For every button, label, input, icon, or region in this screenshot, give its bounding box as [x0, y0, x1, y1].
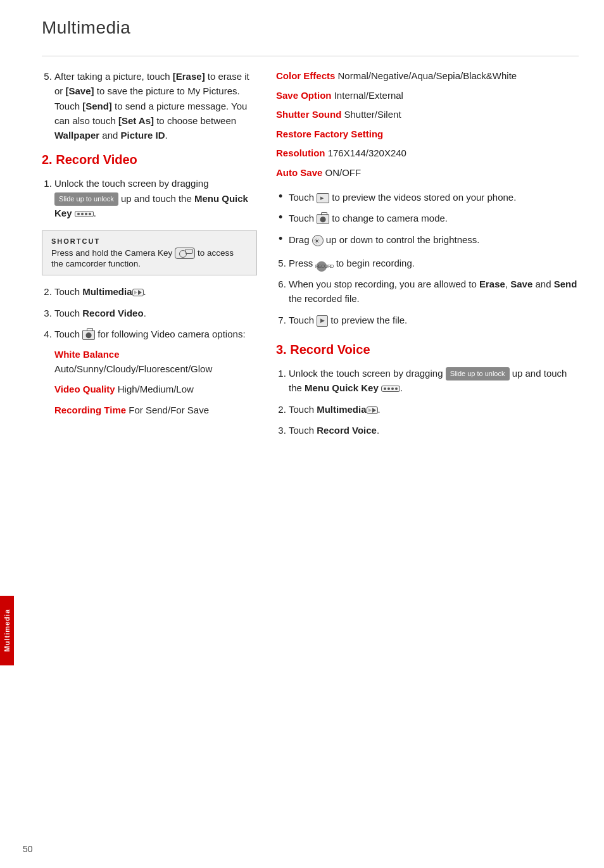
send-bold: Send [554, 279, 577, 289]
video-quality-option: Video Quality High/Medium/Low [54, 382, 257, 397]
right-options-list: Color Effects Normal/Negative/Aqua/Sepia… [276, 69, 579, 180]
and-text: and [532, 279, 553, 289]
bullet2-pre: Touch [289, 213, 317, 223]
step3-post: . [144, 308, 146, 318]
color-effects-option: Color Effects Normal/Negative/Aqua/Sepia… [276, 69, 579, 84]
section3-step1-pre: Unlock the touch screen by dragging [289, 368, 446, 379]
section3-step2: Touch Multimedia. [289, 402, 579, 417]
dot2 [81, 213, 84, 215]
right-step7-post: to preview the file. [328, 315, 407, 325]
auto-save-label: Auto Save [276, 167, 322, 178]
main-content: Multimedia After taking a picture, touch… [23, 0, 604, 868]
dot8 [395, 387, 398, 390]
col-left: After taking a picture, touch [Erase] to… [42, 69, 257, 448]
section3-menu-quick-key: Menu Quick Key [305, 382, 381, 393]
save-label: [Save] [66, 85, 94, 96]
right-step6: When you stop recording, you are allowed… [289, 277, 579, 306]
step1-text-pre: Unlock the touch screen by dragging [54, 178, 208, 189]
section3-steps: Unlock the touch screen by dragging Slid… [276, 366, 579, 437]
right-options: Color Effects Normal/Negative/Aqua/Sepia… [276, 69, 579, 180]
section3-heading: 3. Record Voice [276, 343, 579, 357]
bullet-item-3: Drag up or down to control the brightnes… [276, 232, 579, 247]
section3-step3: Touch Record Voice. [289, 423, 579, 437]
bullet-list: Touch to preview the videos stored on yo… [276, 190, 579, 247]
arrow-small [134, 291, 137, 294]
recording-time-val: For Send/For Save [129, 405, 209, 415]
section3-step2-pre: Touch [289, 404, 317, 415]
section3-step2-post: . [378, 404, 381, 415]
arrow-big [138, 290, 142, 295]
white-balance-val: Auto/Sunny/Cloudy/Fluorescent/Glow [54, 363, 212, 374]
video-quality-val: High/Medium/Low [118, 384, 194, 394]
unlock-badge: Slide up to unlock [54, 192, 118, 206]
menu-icon-2 [381, 386, 400, 392]
camera-mode-icon [317, 214, 329, 224]
erase-label: [Erase] [173, 71, 205, 82]
recording-time-label: Recording Time [54, 405, 126, 415]
send-label: [Send] [82, 101, 112, 111]
erase-bold: Erase [479, 279, 505, 289]
two-column-layout: After taking a picture, touch [Erase] to… [42, 69, 579, 448]
dot5 [384, 387, 386, 390]
shortcut-text-pre: Press and hold the Camera Key [51, 248, 172, 258]
sidebar: Multimedia [0, 0, 23, 868]
shutter-sound-label: Shutter Sound [276, 109, 341, 120]
dot3 [85, 213, 87, 215]
color-effects-label: Color Effects [276, 70, 335, 81]
page-title: Multimedia [42, 18, 579, 38]
shutter-sound-val: Shutter/Silent [344, 109, 401, 120]
section3-step1: Unlock the touch screen by dragging Slid… [289, 366, 579, 396]
bullet-item-2: Touch to change to camera mode. [276, 211, 579, 225]
save-option-val: Internal/External [334, 90, 403, 101]
section2-steps-2-4: Touch Multimedia. Touch Record Video. To… [42, 284, 257, 417]
right-steps: Press ⬤RECORD to begin recording. When y… [276, 256, 579, 327]
section2-step1: Unlock the touch screen by dragging Slid… [54, 176, 257, 220]
step5-end: . [165, 130, 168, 141]
bullet1-post: to preview the videos stored on your pho… [329, 192, 516, 203]
color-effects-val: Normal/Negative/Aqua/Sepia/Black&White [338, 70, 517, 81]
bullet3-pre: Drag [289, 234, 312, 245]
restore-factory-option: Restore Factory Setting [276, 127, 579, 142]
dot1 [77, 213, 80, 215]
camera-key-icon [175, 248, 195, 259]
step3-record-video: Record Video [82, 308, 143, 318]
camera-settings-icon [82, 330, 95, 340]
dot7 [391, 387, 394, 390]
auto-save-option: Auto Save ON/OFF [276, 166, 579, 180]
video-options-list: White Balance Auto/Sunny/Cloudy/Fluoresc… [54, 348, 257, 417]
step1-text-post: up and touch the [118, 193, 194, 204]
step5-list: After taking a picture, touch [Erase] to… [42, 69, 257, 142]
step5-and: and [99, 130, 120, 141]
step2-pre: Touch [54, 286, 82, 297]
multimedia-icon-1 [132, 289, 144, 296]
section3-step1-end: . [400, 382, 403, 393]
video-quality-label: Video Quality [54, 384, 115, 394]
page-number: 50 [23, 844, 33, 854]
right-step5-pre: Press [289, 258, 316, 268]
resolution-label: Resolution [276, 148, 325, 158]
step5-text-mid4: to choose between [154, 115, 236, 126]
unlock-badge-2: Slide up to unlock [446, 367, 510, 381]
record-icon: ⬤RECORD [316, 258, 334, 270]
step1-end: . [94, 208, 96, 218]
sidebar-tab-label: Multimedia [3, 609, 11, 651]
section2-step3: Touch Record Video. [54, 306, 257, 320]
wallpaper-label: Wallpaper [54, 130, 99, 141]
bullet1-pre: Touch [289, 192, 317, 203]
right-step6-text: When you stop recording, you are allowed… [289, 279, 479, 289]
save-bold: Save [510, 279, 532, 289]
bullet-item-1: Touch to preview the videos stored on yo… [276, 190, 579, 204]
section2-step2: Touch Multimedia. [54, 284, 257, 299]
comma1: , [505, 279, 510, 289]
right-step7: Touch ▶ to preview the file. [289, 313, 579, 327]
step5-text-pre: After taking a picture, touch [54, 71, 173, 82]
right-step5-post: to begin recording. [334, 258, 415, 268]
col-right: Color Effects Normal/Negative/Aqua/Sepia… [276, 69, 579, 448]
bullet2-post: to change to camera mode. [329, 213, 448, 223]
arrow-sm-2 [368, 408, 372, 412]
step2-post: . [144, 286, 146, 297]
section2-steps: Unlock the touch screen by dragging Slid… [42, 176, 257, 220]
recording-time-option: Recording Time For Send/For Save [54, 403, 257, 418]
setas-label: [Set As] [118, 115, 154, 126]
section3-multimedia: Multimedia [317, 404, 366, 415]
